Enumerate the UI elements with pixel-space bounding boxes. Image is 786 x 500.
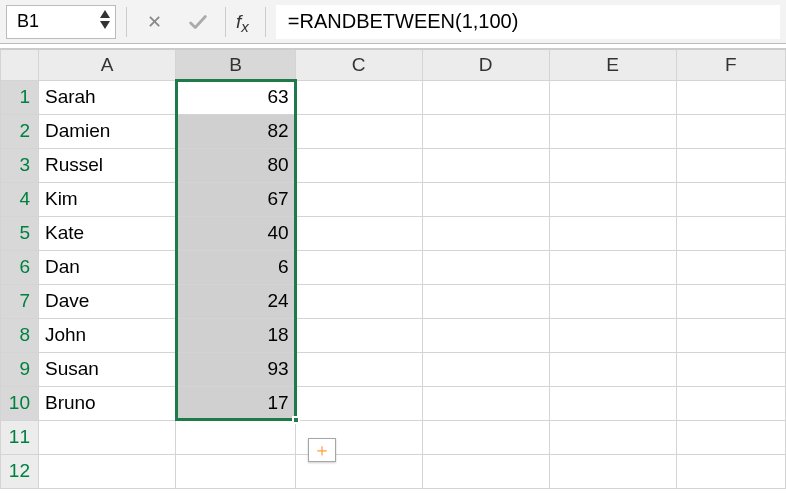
- fx-label[interactable]: fx: [236, 11, 255, 33]
- cell[interactable]: Susan: [38, 352, 175, 386]
- column-header[interactable]: E: [549, 50, 676, 80]
- cell[interactable]: 82: [176, 114, 295, 148]
- cell[interactable]: [549, 284, 676, 318]
- cell[interactable]: [549, 250, 676, 284]
- cell[interactable]: Sarah: [38, 80, 175, 114]
- cell[interactable]: Dan: [38, 250, 175, 284]
- cell[interactable]: 80: [176, 148, 295, 182]
- cell[interactable]: 63: [176, 80, 295, 114]
- cell[interactable]: [422, 386, 549, 420]
- spreadsheet-grid[interactable]: A B C D E F 1 Sarah 63 2 Damien 82: [0, 48, 786, 500]
- cell[interactable]: [676, 148, 785, 182]
- cell[interactable]: 18: [176, 318, 295, 352]
- cell[interactable]: [422, 284, 549, 318]
- cell[interactable]: 40: [176, 216, 295, 250]
- cell[interactable]: 93: [176, 352, 295, 386]
- cell[interactable]: [295, 216, 422, 250]
- cell[interactable]: [295, 114, 422, 148]
- cell[interactable]: [549, 420, 676, 454]
- cell[interactable]: [422, 318, 549, 352]
- column-header[interactable]: C: [295, 50, 422, 80]
- cell[interactable]: [422, 352, 549, 386]
- cell[interactable]: [422, 148, 549, 182]
- cell[interactable]: [549, 80, 676, 114]
- row-header[interactable]: 4: [1, 182, 39, 216]
- row-header[interactable]: 3: [1, 148, 39, 182]
- row-header[interactable]: 11: [1, 420, 39, 454]
- cell[interactable]: [676, 114, 785, 148]
- cell[interactable]: 67: [176, 182, 295, 216]
- cell[interactable]: [38, 454, 175, 488]
- cell[interactable]: [549, 352, 676, 386]
- cell[interactable]: 6: [176, 250, 295, 284]
- cell[interactable]: [295, 318, 422, 352]
- cell[interactable]: Kate: [38, 216, 175, 250]
- cell[interactable]: [549, 114, 676, 148]
- column-header-row: A B C D E F: [1, 50, 786, 80]
- cell[interactable]: John: [38, 318, 175, 352]
- cell[interactable]: [176, 454, 295, 488]
- row-header[interactable]: 1: [1, 80, 39, 114]
- cell[interactable]: [676, 284, 785, 318]
- cell[interactable]: Bruno: [38, 386, 175, 420]
- cell[interactable]: [422, 216, 549, 250]
- column-header[interactable]: D: [422, 50, 549, 80]
- cell[interactable]: Dave: [38, 284, 175, 318]
- cell[interactable]: 24: [176, 284, 295, 318]
- cell[interactable]: Russel: [38, 148, 175, 182]
- column-header[interactable]: B: [176, 50, 295, 80]
- cell[interactable]: [549, 386, 676, 420]
- row-header[interactable]: 12: [1, 454, 39, 488]
- cell[interactable]: [295, 352, 422, 386]
- cell[interactable]: [295, 386, 422, 420]
- column-header[interactable]: F: [676, 50, 785, 80]
- cell[interactable]: [549, 318, 676, 352]
- cell[interactable]: [176, 420, 295, 454]
- row-header[interactable]: 6: [1, 250, 39, 284]
- cell-reference-box[interactable]: B1: [6, 5, 116, 39]
- cell[interactable]: 17: [176, 386, 295, 420]
- column-header[interactable]: A: [38, 50, 175, 80]
- row-header[interactable]: 7: [1, 284, 39, 318]
- cell[interactable]: [676, 420, 785, 454]
- cell[interactable]: [295, 148, 422, 182]
- row-header[interactable]: 2: [1, 114, 39, 148]
- cell[interactable]: [38, 420, 175, 454]
- cell[interactable]: [676, 216, 785, 250]
- cell[interactable]: [295, 250, 422, 284]
- cell[interactable]: Damien: [38, 114, 175, 148]
- cell[interactable]: Kim: [38, 182, 175, 216]
- cell[interactable]: [549, 148, 676, 182]
- cell[interactable]: [676, 182, 785, 216]
- row-header[interactable]: 9: [1, 352, 39, 386]
- cell[interactable]: [295, 80, 422, 114]
- select-all-corner[interactable]: [1, 50, 39, 80]
- cell[interactable]: [676, 386, 785, 420]
- table-row: 7 Dave 24: [1, 284, 786, 318]
- table-row: 8 John 18: [1, 318, 786, 352]
- cell[interactable]: [549, 216, 676, 250]
- cell[interactable]: [676, 80, 785, 114]
- row-header[interactable]: 8: [1, 318, 39, 352]
- cell[interactable]: [549, 182, 676, 216]
- cell[interactable]: [422, 454, 549, 488]
- cell[interactable]: [422, 80, 549, 114]
- formula-input[interactable]: =RANDBETWEEN(1,100): [276, 5, 780, 39]
- cell[interactable]: [549, 454, 676, 488]
- cancel-formula-button[interactable]: ✕: [137, 5, 171, 39]
- row-header[interactable]: 5: [1, 216, 39, 250]
- cell[interactable]: [295, 284, 422, 318]
- cell-reference-stepper[interactable]: [99, 9, 111, 30]
- autofill-options-button[interactable]: ＋: [308, 438, 336, 462]
- confirm-formula-button[interactable]: [181, 5, 215, 39]
- cell[interactable]: [676, 352, 785, 386]
- cell[interactable]: [676, 318, 785, 352]
- cell[interactable]: [422, 250, 549, 284]
- row-header[interactable]: 10: [1, 386, 39, 420]
- cell[interactable]: [422, 420, 549, 454]
- cell[interactable]: [422, 182, 549, 216]
- cell[interactable]: [422, 114, 549, 148]
- cell[interactable]: [295, 182, 422, 216]
- cell[interactable]: [676, 250, 785, 284]
- cell[interactable]: [676, 454, 785, 488]
